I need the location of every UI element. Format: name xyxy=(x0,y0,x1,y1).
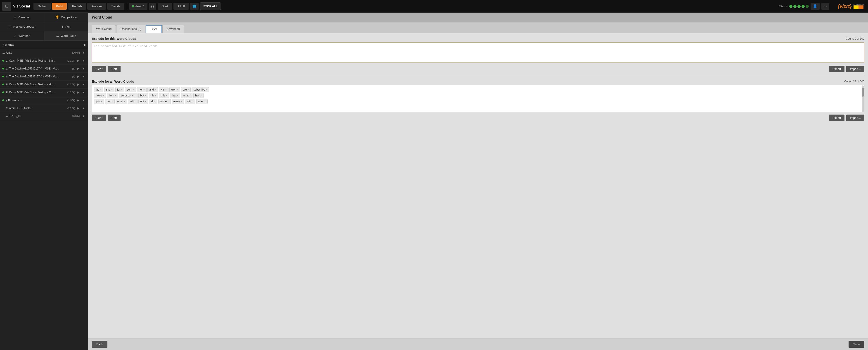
clear-this-button[interactable]: Clear xyxy=(92,66,106,72)
format-row[interactable]: ☰ The Dutch (+31657321274) - MSE - Viz..… xyxy=(0,73,88,81)
tag-remove[interactable]: × xyxy=(134,100,136,103)
tag-remove[interactable]: × xyxy=(204,100,206,103)
tag-remove[interactable]: × xyxy=(133,88,134,91)
tag-remove[interactable]: × xyxy=(206,88,207,91)
format-row[interactable]: ☰ AtomFEED_twitter (20.0k) ▶ ▼ xyxy=(0,105,88,112)
format-expand-btn[interactable]: ▼ xyxy=(81,51,86,55)
nav-analyse[interactable]: Analyse xyxy=(87,3,106,10)
start-button[interactable]: Start xyxy=(158,3,172,10)
sort-this-button[interactable]: Sort xyxy=(108,66,121,72)
tag-remove[interactable]: × xyxy=(165,88,167,91)
sort-all-button[interactable]: Sort xyxy=(108,115,121,121)
tag-remove[interactable]: × xyxy=(167,100,169,103)
tag-remove[interactable]: × xyxy=(189,94,191,97)
format-expand-btn[interactable]: ▼ xyxy=(81,59,86,63)
tag-remove[interactable]: × xyxy=(177,88,178,91)
tag-remove[interactable]: × xyxy=(200,94,202,97)
format-expand-btn[interactable]: ▼ xyxy=(81,82,86,86)
tag-remove[interactable]: × xyxy=(192,100,194,103)
format-expand-btn[interactable]: ▼ xyxy=(81,114,86,118)
format-play-btn[interactable]: ▶ xyxy=(76,59,80,63)
format-play-btn[interactable]: ▶ xyxy=(76,98,80,102)
nav-build[interactable]: Build xyxy=(52,3,67,10)
expand-icon-button[interactable]: ▭ xyxy=(822,3,829,10)
sidebar-item-carousel[interactable]: ☰ Carousel xyxy=(0,13,44,22)
tag-remove[interactable]: × xyxy=(155,94,156,97)
nav-trends[interactable]: Trends xyxy=(107,3,124,10)
format-play-btn[interactable]: ▶ xyxy=(76,82,80,86)
format-expand-btn[interactable]: ▼ xyxy=(81,66,86,70)
tag-remove[interactable]: × xyxy=(111,100,113,103)
tag-remove[interactable]: × xyxy=(181,100,182,103)
tag-remove[interactable]: × xyxy=(103,94,104,97)
tag-remove[interactable]: × xyxy=(177,94,178,97)
exclude-all-buttons: Clear Sort Export Import... xyxy=(92,115,864,121)
word-cloud-icon: ☁ xyxy=(56,34,59,37)
format-play-btn[interactable]: ▶ xyxy=(76,66,80,70)
nav-gather[interactable]: Gather xyxy=(33,3,51,10)
format-row[interactable]: ☰ The Dutch (+31657321274) - MSE - Viz..… xyxy=(0,65,88,73)
format-expand-btn[interactable]: ▼ xyxy=(81,106,86,110)
export-all-button[interactable]: Export xyxy=(829,115,845,121)
format-row[interactable]: ☰ Cats - MSE - Viz Social Testing - Sin.… xyxy=(0,57,88,65)
tag-scrollbar[interactable] xyxy=(862,85,864,112)
tag-remove[interactable]: × xyxy=(101,100,102,103)
tag-remove[interactable]: × xyxy=(134,94,136,97)
format-row[interactable]: ☰ Cats - MSE - Viz Social Testing - sin.… xyxy=(0,81,88,89)
tag-remove[interactable]: × xyxy=(154,88,156,91)
format-row[interactable]: ☁ CATS_00 (20.0k) ▼ xyxy=(0,112,88,120)
sidebar-item-competition[interactable]: 🏆 Competition xyxy=(44,13,88,22)
import-this-button[interactable]: Import... xyxy=(846,66,864,72)
sidebar-label-competition: Competition xyxy=(61,16,77,19)
tag-remove[interactable]: × xyxy=(115,94,116,97)
clear-all-button[interactable]: Clear xyxy=(92,115,106,121)
tag-remove[interactable]: × xyxy=(144,88,145,91)
export-this-button[interactable]: Export xyxy=(829,66,845,72)
user-icon-button[interactable]: 👤 xyxy=(811,3,819,10)
format-row[interactable]: ▮ Brown cats (1.30k) ▶ ▼ xyxy=(0,96,88,105)
tab-lists[interactable]: Lists xyxy=(146,25,162,33)
tag-remove[interactable]: × xyxy=(145,94,146,97)
format-expand-btn[interactable]: ▼ xyxy=(81,90,86,94)
list-icon-button[interactable]: ☷ xyxy=(149,3,156,10)
tag-remove[interactable]: × xyxy=(121,88,122,91)
sidebar-item-weather[interactable]: △ Weather xyxy=(0,31,44,40)
alloff-button[interactable]: All off xyxy=(174,3,189,10)
tag: win × xyxy=(159,87,168,92)
formats-collapse-icon[interactable]: ◀ xyxy=(83,43,85,47)
sidebar-item-nested-carousel[interactable]: ▢ Nested Carousel xyxy=(0,22,44,31)
save-button[interactable]: Save xyxy=(848,341,864,348)
list-icon: ☰ xyxy=(5,83,8,86)
nav-publish[interactable]: Publish xyxy=(68,3,86,10)
tab-destinations[interactable]: Destinations (0) xyxy=(116,25,146,33)
format-play-btn[interactable]: ▶ xyxy=(76,106,80,110)
tag-remove[interactable]: × xyxy=(166,94,167,97)
format-play-btn[interactable]: ▶ xyxy=(76,90,80,94)
tag-remove[interactable]: × xyxy=(187,88,189,91)
tag-remove[interactable]: × xyxy=(124,100,125,103)
tab-word-cloud[interactable]: Word Cloud xyxy=(92,25,116,33)
format-expand-btn[interactable]: ▼ xyxy=(81,75,86,79)
sidebar-item-word-cloud[interactable]: ☁ Word Cloud xyxy=(44,31,88,40)
format-play-btn[interactable]: ▶ xyxy=(76,75,80,79)
back-button[interactable]: Back xyxy=(92,341,107,348)
format-expand-btn[interactable]: ▼ xyxy=(81,98,86,102)
format-row[interactable]: ☁ Cats (20.0k) ▼ xyxy=(0,49,88,57)
exclude-this-textarea[interactable] xyxy=(92,42,864,63)
tag-remove[interactable]: × xyxy=(145,100,146,103)
tag-remove[interactable]: × xyxy=(154,100,155,103)
main-layout: ☰ Carousel 🏆 Competition ▢ Nested Carous… xyxy=(0,13,868,350)
import-all-button[interactable]: Import... xyxy=(846,115,864,121)
tag-remove[interactable]: × xyxy=(100,88,101,91)
tag-remove[interactable]: × xyxy=(111,88,113,91)
format-row[interactable]: ☰ Cats - MSE - Viz Social Testing - Co..… xyxy=(0,89,88,96)
stopall-button[interactable]: STOP ALL xyxy=(200,2,221,10)
sidebar-item-poll[interactable]: ▮ Poll xyxy=(44,22,88,31)
format-actions: ▼ xyxy=(81,114,86,118)
globe-icon-button[interactable]: 🌐 xyxy=(190,3,198,10)
tag: his × xyxy=(149,93,158,98)
tag-row-2: news × from × eurosports × but × his × t… xyxy=(94,93,862,98)
demo-button[interactable]: demo 1 xyxy=(129,3,148,10)
tab-advanced[interactable]: Advanced xyxy=(162,25,184,33)
tag: that × xyxy=(170,93,180,98)
